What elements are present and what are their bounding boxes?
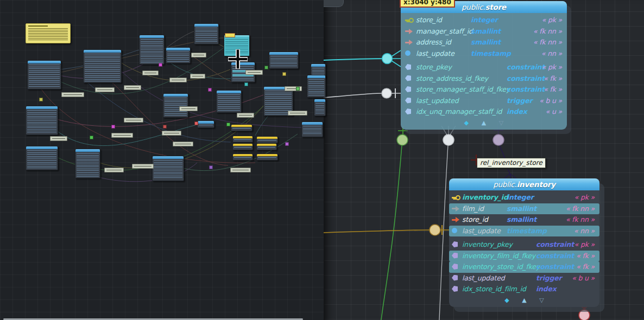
overview-table[interactable] <box>166 47 191 63</box>
table-row[interactable]: store_id smallint « fk nn » <box>449 214 599 226</box>
overview-relationship-label[interactable] <box>190 74 205 79</box>
collapse-diamond-icon[interactable]: ◆ <box>504 297 514 304</box>
overview-table[interactable] <box>26 146 58 170</box>
index-icon <box>452 286 458 292</box>
relationship-handle[interactable] <box>264 66 268 69</box>
overview-table[interactable] <box>256 143 277 150</box>
table-row[interactable]: address_id smallint « fk nn » <box>401 37 567 48</box>
overview-relationship-label[interactable] <box>237 113 254 118</box>
table-row-selected[interactable]: inventory_film_id_fkey constraint « fk » <box>449 251 599 262</box>
column-name: manager_staff_id <box>416 27 473 35</box>
overview-relationship-label[interactable] <box>95 87 115 92</box>
overview-relationship-label[interactable] <box>179 106 198 111</box>
overview-relationship-label[interactable] <box>245 70 263 75</box>
constraint-icon <box>405 64 411 70</box>
overview-table[interactable] <box>269 52 299 69</box>
relationship-handle[interactable] <box>159 63 162 67</box>
table-widget-inventory[interactable]: public.inventory inventory_id integer « … <box>449 178 599 307</box>
overview-relationship-label[interactable] <box>173 142 193 146</box>
overview-table[interactable] <box>139 35 165 65</box>
collapse-up-icon[interactable]: ▲ <box>482 119 491 126</box>
table-row[interactable]: store_address_id_fkey constraint « fk » <box>401 73 567 85</box>
relationship-handle[interactable] <box>111 125 115 129</box>
overview-relationship-label[interactable] <box>288 111 307 116</box>
relationship-handle[interactable] <box>296 87 300 91</box>
overview-table[interactable] <box>216 90 242 113</box>
collapse-down-icon[interactable]: ▽ <box>539 297 549 304</box>
overview-table[interactable] <box>256 153 278 161</box>
overview-relationship-label[interactable] <box>142 71 159 75</box>
relationship-handle[interactable] <box>208 88 212 92</box>
overview-table[interactable] <box>152 156 184 181</box>
constraint-icon <box>405 75 411 81</box>
overview-table[interactable] <box>26 106 58 135</box>
model-overview-pane[interactable] <box>0 0 324 320</box>
table-row[interactable]: inventory_id integer « pk » <box>449 192 599 203</box>
table-row[interactable]: last_updated trigger « b u » <box>449 273 599 284</box>
coordinate-tooltip: x:3040 y:480 <box>400 0 455 8</box>
relationship-handle[interactable] <box>209 165 213 169</box>
relationship-handle[interactable] <box>39 98 43 101</box>
overview-relationship-label[interactable] <box>169 78 187 82</box>
overview-table[interactable] <box>163 93 188 118</box>
column-name: last_update <box>416 49 454 57</box>
relationship-handle[interactable] <box>244 82 248 86</box>
table-footer[interactable]: ◆ ▲ ▽ <box>449 295 599 307</box>
overview-relationship-label[interactable] <box>162 131 181 136</box>
connector-yellow <box>324 225 449 235</box>
overview-table[interactable] <box>301 121 323 137</box>
collapse-diamond-icon[interactable]: ◆ <box>464 119 474 126</box>
table-row[interactable]: store_id integer « pk » <box>401 15 567 26</box>
overview-relationship-label[interactable] <box>124 85 141 90</box>
overview-relationship-label[interactable] <box>132 164 154 169</box>
overview-table[interactable] <box>194 23 219 44</box>
overview-table[interactable] <box>83 49 122 83</box>
annotation-note[interactable] <box>26 23 71 43</box>
overview-table[interactable] <box>256 136 278 143</box>
relationship-handle[interactable] <box>226 123 230 126</box>
overview-table[interactable] <box>232 153 253 161</box>
column-name: store_id <box>462 215 488 223</box>
object-type: constraint <box>507 85 545 93</box>
overview-relationship-label[interactable] <box>61 92 84 97</box>
overview-table[interactable] <box>75 149 100 178</box>
table-row-selected[interactable]: film_id smallint « fk nn » <box>449 203 599 215</box>
overview-table[interactable] <box>197 120 214 128</box>
collapse-up-icon[interactable]: ▲ <box>522 297 532 304</box>
overview-relationship-label[interactable] <box>230 168 251 172</box>
table-row[interactable]: idx_unq_manager_staff_id index « u » <box>401 106 567 118</box>
model-canvas-pane[interactable]: public.store store_id integer « pk » man… <box>324 0 644 320</box>
column-type: smallint <box>507 204 536 213</box>
table-row[interactable]: store_pkey constraint « pk » <box>401 62 567 73</box>
table-row[interactable]: last_updated trigger « b u » <box>401 95 567 107</box>
overview-table[interactable] <box>27 60 61 89</box>
table-row[interactable]: idx_store_id_film_id index <box>449 284 599 295</box>
relationship-handle[interactable] <box>90 136 93 139</box>
relationship-handle[interactable] <box>282 72 286 76</box>
overview-table[interactable] <box>314 99 326 116</box>
table-row-selected[interactable]: inventory_store_id_fkey constraint « fk … <box>449 261 599 273</box>
panel-corner <box>324 0 344 7</box>
relationship-handle[interactable] <box>194 121 198 125</box>
overview-relationship-label[interactable] <box>191 53 206 57</box>
table-row[interactable]: store_manager_staff_id_fkey constraint «… <box>401 84 567 95</box>
table-footer[interactable]: ◆ ▲ ▽ <box>401 118 567 130</box>
table-row-selected[interactable]: last_update timestamp « nn » <box>449 226 599 237</box>
collapse-down-icon[interactable]: ▽ <box>499 119 509 126</box>
relationship-name-label[interactable]: rel_inventory_store <box>477 158 546 168</box>
overview-relationship-label[interactable] <box>104 168 124 172</box>
relationship-handle[interactable] <box>285 142 289 146</box>
table-row[interactable]: last_update timestamp « nn » <box>401 48 567 60</box>
table-header[interactable]: public.inventory <box>449 178 599 190</box>
overview-table[interactable] <box>231 124 252 131</box>
overview-table[interactable] <box>232 136 253 143</box>
overview-table[interactable] <box>307 75 326 98</box>
overview-relationship-label[interactable] <box>124 118 143 123</box>
overview-table[interactable] <box>232 143 253 150</box>
table-widget-store[interactable]: public.store store_id integer « pk » man… <box>401 1 567 130</box>
overview-relationship-label[interactable] <box>50 136 67 141</box>
table-row[interactable]: inventory_pkey constraint « pk » <box>449 239 599 251</box>
relationship-handle[interactable] <box>163 125 167 129</box>
table-row[interactable]: manager_staff_id smallint « fk nn » <box>401 26 567 37</box>
overview-relationship-label[interactable] <box>111 133 133 138</box>
